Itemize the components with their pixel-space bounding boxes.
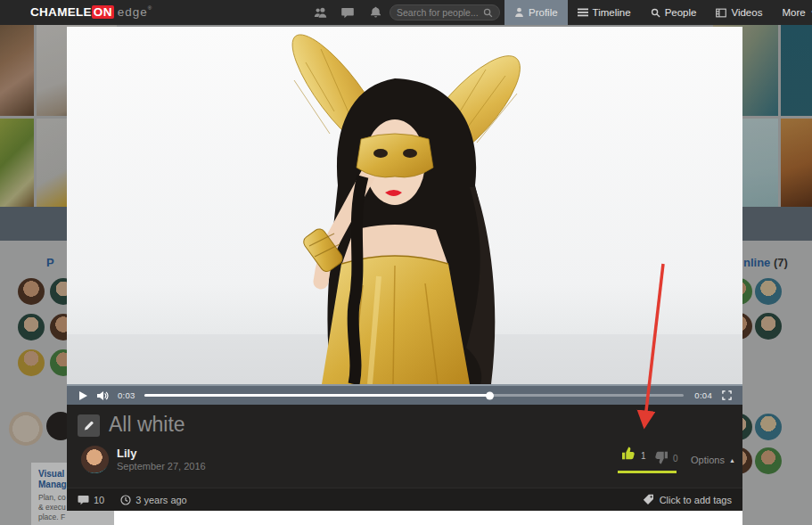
dislike-count: 0	[673, 454, 678, 463]
search-input[interactable]	[397, 7, 483, 18]
author-name[interactable]: Lily	[117, 447, 136, 460]
video-meta-bar: 10 3 years ago Click to add tags	[67, 488, 742, 511]
logo-text-bold: CHAMELE	[30, 5, 92, 19]
play-button[interactable]	[76, 389, 90, 403]
posted-ago-stat: 3 years ago	[120, 495, 186, 505]
videos-icon	[716, 8, 726, 18]
main-nav: Profile Timeline People Videos More ▼	[504, 0, 812, 25]
comment-icon	[78, 495, 89, 505]
options-button[interactable]: Options ▲	[691, 455, 735, 465]
tag-icon	[643, 494, 654, 505]
video-controls: 0:03 0:04	[67, 384, 742, 405]
like-active-underline	[618, 471, 677, 473]
chevron-icon: ▲	[729, 457, 735, 463]
tab-people[interactable]: People	[641, 0, 707, 25]
video-lightbox: 0:03 0:04 All white Lily September 27, 2…	[67, 27, 742, 511]
post-date: September 27, 2016	[117, 461, 206, 472]
notifications-icon[interactable]	[368, 5, 382, 20]
tab-more[interactable]: More ▼	[772, 0, 812, 25]
timeline-icon	[578, 8, 588, 17]
registered-mark: ®	[148, 5, 152, 11]
comments-stat: 10	[78, 495, 104, 505]
video-frame	[67, 27, 742, 384]
seek-handle[interactable]	[486, 391, 494, 399]
friends-icon[interactable]	[313, 5, 327, 20]
fullscreen-icon[interactable]	[719, 389, 734, 403]
page: P nline (7) Visual Manage Plan, co & exe…	[0, 0, 812, 525]
tab-timeline[interactable]: Timeline	[568, 0, 641, 25]
volume-icon[interactable]	[95, 389, 110, 403]
like-count: 1	[641, 451, 646, 461]
profile-icon	[514, 7, 524, 18]
top-navbar: CHAMELEONedge® Profile	[0, 0, 812, 25]
search-box[interactable]	[390, 4, 500, 21]
author-avatar[interactable]	[81, 446, 109, 473]
add-tags-button[interactable]: Click to add tags	[643, 494, 732, 505]
current-time: 0:03	[118, 390, 135, 400]
seek-bar-fill	[144, 394, 490, 397]
edit-title-button[interactable]	[78, 414, 100, 437]
video-details-panel: All white Lily September 27, 2016 1 0 Op…	[67, 405, 742, 488]
site-logo[interactable]: CHAMELEONedge®	[30, 5, 152, 19]
thumbs-up-icon[interactable]	[621, 447, 636, 460]
clock-icon	[120, 495, 131, 505]
reactions-group: 1 0	[618, 444, 682, 472]
tab-videos[interactable]: Videos	[706, 0, 772, 25]
logo-text-accent: ON	[92, 5, 114, 19]
video-title: All white	[109, 413, 185, 437]
messages-icon[interactable]	[340, 5, 355, 20]
search-icon[interactable]	[483, 8, 493, 18]
pencil-icon	[83, 420, 94, 431]
thumbs-down-icon[interactable]	[653, 451, 668, 464]
comments-area-edge	[114, 511, 742, 525]
seek-bar[interactable]	[144, 394, 685, 397]
people-search-icon	[651, 8, 660, 18]
video-player[interactable]	[67, 27, 742, 384]
logo-text-light: edge	[118, 5, 148, 19]
duration: 0:04	[694, 390, 712, 400]
tab-profile[interactable]: Profile	[504, 0, 568, 25]
